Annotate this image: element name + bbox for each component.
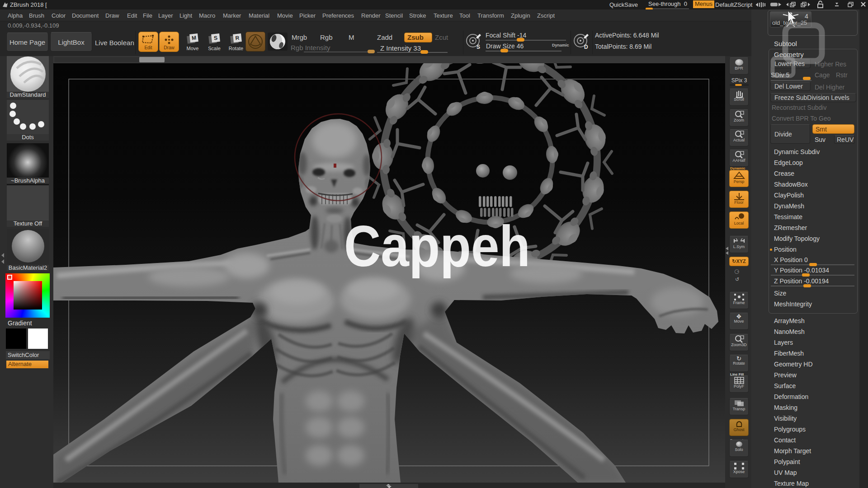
svg-text:D: D: [584, 44, 588, 50]
svg-text:S: S: [476, 44, 480, 50]
svg-text:Cappeh: Cappeh: [344, 214, 530, 278]
